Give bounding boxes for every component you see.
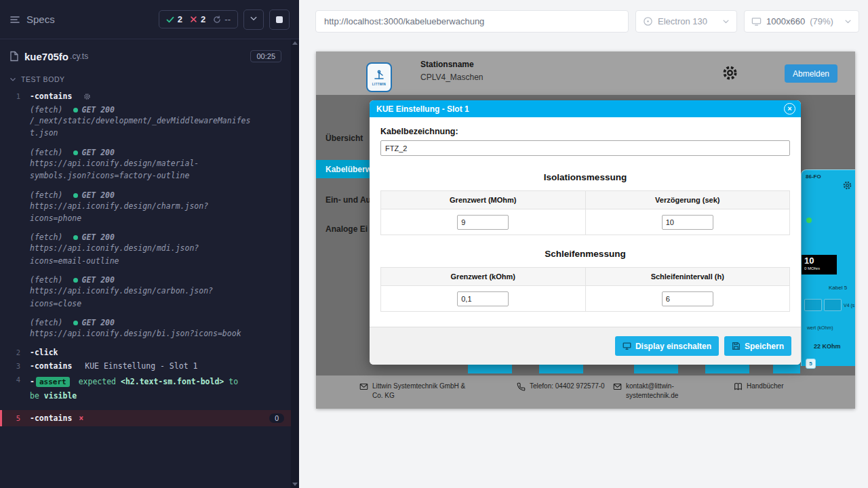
browser-select[interactable]: Electron 130 — [635, 10, 737, 33]
app-header: LITTWIN Stationsname CPLV4_Maschen Abmel… — [316, 52, 855, 95]
display-einschalten-button[interactable]: Display einschalten — [615, 336, 719, 356]
modal-footer: Display einschalten Speichern — [370, 327, 801, 365]
schleifenintervall-input[interactable] — [662, 291, 713, 306]
scroll-down-icon[interactable] — [292, 483, 298, 486]
fetch-status: GET 200 — [81, 105, 114, 115]
kabelbezeichnung-label: Kabelbezeichnung: — [380, 127, 790, 136]
display-unit: 0 MOhm — [804, 266, 834, 270]
line-number: 2 — [0, 348, 30, 357]
stop-button[interactable] — [269, 9, 290, 30]
log-row-fetch[interactable]: (fetch)GET 200 https://api.iconify.desig… — [0, 146, 291, 188]
viewport-size: 1000x660 — [766, 16, 805, 26]
specs-menu-icon[interactable] — [9, 14, 20, 25]
panel-v4-label: V4 (s — [844, 303, 854, 308]
log-row-fetch[interactable]: (fetch)GET 200 https://api.iconify.desig… — [0, 188, 291, 231]
speichern-button[interactable]: Speichern — [724, 336, 791, 356]
app-footer: Littwin Systemtechnik GmbH & Co. KG Tele… — [316, 375, 855, 409]
command-log: 1 -contains (fetch)GET 200 /_next/static… — [0, 89, 291, 426]
passed-check-icon — [166, 16, 174, 24]
fetch-status: GET 200 — [81, 232, 114, 242]
fetch-url: https://api.iconify.design/charm.json?ic… — [30, 200, 254, 225]
passed-count: 2 — [178, 14, 182, 24]
reporter-scrollbar[interactable] — [291, 39, 299, 488]
aut-topbar: Electron 130 1000x660 (79%) — [299, 0, 868, 43]
verzoegerung-sek-input[interactable] — [662, 215, 713, 230]
scroll-up-icon[interactable] — [292, 41, 298, 45]
log-row-contains-failed[interactable]: 5 -contains × 0 — [0, 410, 291, 426]
spec-name: kue705fo — [24, 51, 68, 62]
modal-title: KUE Einstellung - Slot 1 — [376, 104, 469, 114]
logout-button[interactable]: Abmelden — [785, 64, 837, 83]
log-row-fetch[interactable]: (fetch)GET 200 https://api.iconify.desig… — [0, 230, 291, 273]
fetch-status: GET 200 — [81, 275, 114, 285]
spec-extension: .cy.ts — [70, 52, 88, 61]
test-stats: 2 2 -- — [159, 10, 238, 28]
assert-target: <h2.text-sm.font-bold> — [121, 377, 224, 386]
column-header: Grenzwert (MOhm) — [381, 191, 586, 209]
fetch-url: https://api.iconify.design/material-symb… — [30, 157, 254, 182]
spec-header[interactable]: kue705fo .cy.ts 00:25 — [0, 39, 299, 69]
footer-phone[interactable]: Telefon: 04402 972577-0 — [517, 382, 610, 391]
log-row-contains-3[interactable]: 3 -contains KUE Einstellung - Slot 1 — [0, 359, 291, 373]
log-row-fetch[interactable]: (fetch)GET 200 https://api.iconify.desig… — [0, 316, 291, 346]
save-floppy-icon — [732, 342, 741, 350]
close-icon[interactable]: × — [784, 103, 795, 115]
station-info: Stationsname CPLV4_Maschen — [420, 60, 484, 82]
stat-passed: 2 — [166, 14, 182, 24]
fetch-status: GET 200 — [81, 318, 114, 327]
command-name: -click — [30, 348, 58, 357]
chevron-down-icon — [9, 76, 16, 83]
log-row-fetch[interactable]: (fetch)GET 200 /_next/static/development… — [0, 103, 291, 146]
test-body-toggle[interactable]: TEST BODY — [0, 69, 299, 89]
failed-count: 2 — [201, 14, 205, 24]
log-row-assert[interactable]: 4 -assert expected <h2.text-sm.font-bold… — [0, 373, 291, 404]
slot-number: 5 — [806, 359, 816, 369]
panel-tile — [824, 299, 842, 311]
fetch-url: /_next/static/development/_devMiddleware… — [30, 115, 254, 140]
grenzwert-mohm-input[interactable] — [457, 215, 509, 230]
log-row-contains-1[interactable]: 1 -contains — [0, 89, 291, 103]
settings-gear-icon[interactable] — [722, 64, 738, 84]
reporter-header: Specs 2 2 -- — [0, 0, 299, 39]
collapse-all-button[interactable] — [243, 9, 264, 30]
status-dot-icon — [73, 278, 78, 283]
monitor-icon — [623, 342, 631, 350]
fetch-label: (fetch) — [30, 232, 62, 242]
assert-expected: expected — [79, 377, 116, 386]
kue-settings-modal: KUE Einstellung - Slot 1 × Kabelbezeichn… — [370, 100, 801, 365]
assert-state: visible — [44, 391, 77, 401]
chevron-down-icon — [722, 18, 730, 25]
fetch-status: GET 200 — [81, 190, 114, 200]
fetch-label: (fetch) — [30, 148, 62, 157]
schleifenmessung-title: Schleifenmessung — [380, 249, 790, 259]
spec-file-icon — [9, 51, 19, 62]
station-name: CPLV4_Maschen — [420, 73, 484, 82]
slot-gear-icon[interactable] — [842, 180, 852, 193]
footer-email[interactable]: kontakt@littwin-systemtechnik.de — [613, 382, 690, 401]
wert-label: wert (kOhm) — [807, 325, 833, 330]
footer-manuals[interactable]: Handbücher — [734, 382, 783, 391]
status-dot-icon — [73, 193, 78, 198]
chevron-down-icon — [250, 14, 258, 24]
schleifenmessung-table: Grenzwert (kOhm) Schleifenintervall (h) — [380, 267, 790, 312]
command-name: -contains — [30, 92, 72, 101]
viewport-icon — [751, 16, 762, 26]
log-row-fetch[interactable]: (fetch)GET 200 https://api.iconify.desig… — [0, 273, 291, 316]
column-header: Grenzwert (kOhm) — [381, 268, 586, 286]
column-header: Verzögerung (sek) — [585, 191, 790, 209]
electron-icon — [643, 16, 653, 26]
grenzwert-kohm-input[interactable] — [457, 291, 509, 306]
command-argument: KUE Einstellung - Slot 1 — [85, 361, 197, 371]
log-row-click[interactable]: 2 -click — [0, 346, 291, 359]
kabelbezeichnung-input[interactable] — [380, 140, 790, 156]
url-input[interactable] — [315, 10, 629, 33]
viewport-select[interactable]: 1000x660 (79%) — [744, 10, 859, 33]
isolationsmessung-title: Isolationsmessung — [380, 172, 790, 182]
station-label: Stationsname — [420, 60, 484, 69]
status-dot-icon — [73, 108, 78, 113]
kue-slot-card: 86-FO 10 0 MOhm Kabel 5 V4 (s wert (kOhm… — [801, 169, 855, 366]
modal-header: KUE Einstellung - Slot 1 × — [370, 100, 801, 117]
stat-pending: -- — [213, 14, 231, 24]
status-dot-icon — [73, 321, 78, 325]
display-value: 10 — [804, 256, 834, 265]
